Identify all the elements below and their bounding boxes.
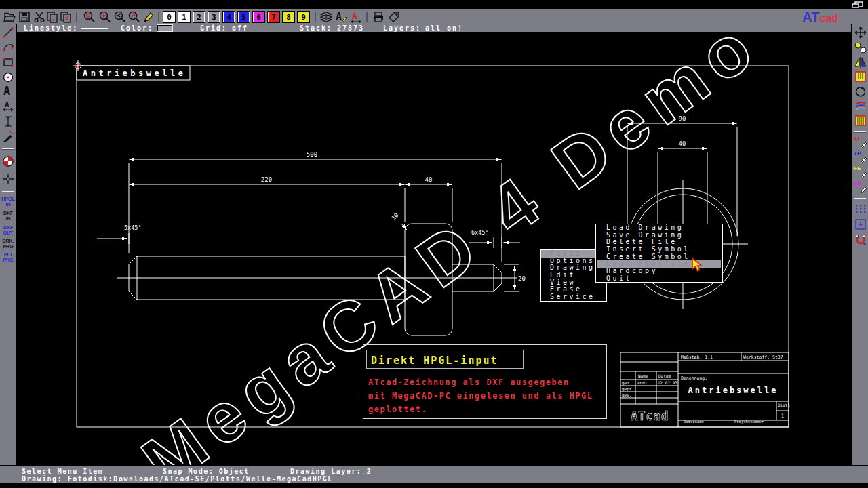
zoom-all-icon[interactable] — [83, 10, 96, 24]
toolbar-separator — [315, 12, 316, 22]
current-color-swatch[interactable] — [157, 25, 172, 31]
text-tool-icon[interactable]: A — [1, 84, 15, 98]
stack-label: Stack: — [300, 24, 332, 32]
zoom-window-icon[interactable] — [127, 10, 141, 24]
dim-chamfer-left: 5x45° — [124, 224, 142, 231]
grid-value[interactable]: off — [232, 24, 248, 32]
paste-icon[interactable] — [59, 10, 73, 24]
zoom-previous-icon[interactable] — [113, 10, 127, 24]
tb-col-name: Name — [638, 373, 648, 378]
dim-stub-diameter: 20 — [518, 275, 526, 282]
svg-text:A: A — [3, 84, 10, 98]
pencil-icon — [860, 156, 868, 164]
color-button-8[interactable]: 8 — [282, 11, 295, 23]
open-file-icon[interactable] — [3, 10, 16, 24]
drk-prg-button[interactable]: DRK.PRG — [0, 239, 16, 249]
color-button-5[interactable]: 5 — [237, 11, 250, 23]
crosshair-icon[interactable] — [1, 172, 15, 186]
cut-icon[interactable] — [33, 10, 46, 24]
hatch-area-icon[interactable] — [854, 114, 867, 127]
color-button-label: 0 — [167, 13, 172, 22]
pen-al-button[interactable]: AL — [853, 136, 868, 149]
zoom-box-icon[interactable] — [854, 218, 867, 231]
change-pen-icon[interactable] — [854, 100, 867, 113]
print-icon[interactable] — [372, 10, 385, 24]
text-size-icon[interactable]: A — [349, 10, 363, 24]
atcad-logo: ATcad — [802, 9, 838, 25]
submenu-item-quit[interactable]: Quit — [596, 275, 722, 283]
color-button-3[interactable]: 3 — [208, 11, 220, 23]
pen-eb-button[interactable]: EB — [853, 180, 868, 194]
plot-tag-icon[interactable] — [387, 10, 401, 24]
redraw-pencil-icon[interactable] — [142, 10, 155, 24]
point-grid-icon[interactable] — [854, 202, 867, 216]
right-toolbar: AL TP FE EB — [851, 24, 868, 465]
button-label: DXF — [0, 225, 16, 230]
toolbar-separator — [366, 12, 368, 22]
button-label: OUT — [0, 230, 16, 236]
copy-icon[interactable] — [45, 10, 59, 24]
dim-flange-edge: 10 — [390, 211, 399, 221]
text-tool-icon[interactable]: A — [334, 10, 348, 24]
menu-item-service[interactable]: Service — [541, 293, 606, 301]
copy-object-icon[interactable] — [854, 41, 867, 54]
sidebar-divider — [854, 131, 866, 133]
edit-wand-icon[interactable] — [1, 130, 15, 144]
plt-prg-button[interactable]: PLTPRG — [0, 252, 16, 263]
line-tool-icon[interactable] — [1, 26, 15, 39]
color-button-0[interactable]: 0 — [163, 11, 176, 23]
rectangle-tool-icon[interactable] — [1, 56, 15, 69]
note-line: ATcad-Zeichnung als DXF ausgegeben — [368, 378, 570, 387]
color-button-4[interactable]: 4 — [222, 11, 235, 23]
wheel-tool-icon[interactable] — [1, 155, 15, 168]
button-label: PRG — [0, 258, 16, 263]
select-area-icon[interactable] — [854, 70, 867, 83]
linestyle-swatch[interactable] — [81, 28, 108, 29]
mirror-tool-icon[interactable] — [854, 56, 867, 69]
color-button-6[interactable]: 6 — [252, 11, 265, 23]
main-toolbar: 0 1 2 3 4 5 6 7 8 9 A A ATcad — [0, 9, 868, 24]
tb-blatt-value: 1 — [781, 413, 785, 419]
dimension-lines — [97, 159, 520, 291]
shaft-side-view — [117, 224, 517, 336]
dimension-tool-icon[interactable] — [1, 115, 15, 128]
save-file-icon[interactable] — [18, 10, 31, 24]
dim-chamfer-right: 6x45° — [471, 229, 489, 236]
dxf-in-button[interactable]: DXFIN — [0, 211, 16, 222]
layers-label: Layers: — [383, 24, 421, 32]
layers-icon[interactable] — [319, 10, 333, 24]
status-prompt: Select Menu Item — [22, 468, 103, 475]
snap-magnet-icon[interactable] — [854, 233, 867, 247]
restore-window-icon[interactable] — [852, 1, 864, 8]
color-button-2[interactable]: 2 — [193, 11, 205, 23]
rotate-tool-icon[interactable] — [854, 85, 867, 98]
layers-value[interactable]: all on! — [425, 24, 463, 32]
dim-hub-diameter: 90 — [679, 115, 686, 122]
hpgl-in-button[interactable]: HPGLIN — [0, 197, 16, 207]
circle-tool-icon[interactable] — [1, 70, 15, 84]
color-button-label: 6 — [256, 13, 261, 22]
files-submenu: Load Drawing Save Drawing Delete File In… — [595, 224, 723, 283]
text-width-icon[interactable]: A — [1, 100, 15, 113]
logo-at: AT — [802, 9, 819, 24]
color-button-label: 8 — [286, 13, 291, 22]
color-button-label: 1 — [182, 13, 186, 22]
sidebar-divider — [2, 148, 14, 150]
dxf-out-button[interactable]: DXFOUT — [0, 225, 16, 236]
button-label: DRK. — [0, 239, 16, 244]
note-line: mit MegaCAD-PC eingelesen und als HPGL — [368, 391, 593, 401]
window-title-strip — [0, 0, 868, 9]
tb-projekt-label: Projektnummer — [734, 420, 764, 424]
move-tool-icon[interactable] — [854, 26, 867, 39]
drawing-canvas[interactable]: Antriebswelle 500 220 40 5x45° 6x45° 10 … — [17, 33, 851, 465]
color-button-9[interactable]: 9 — [297, 11, 310, 23]
dim-total-length: 500 — [307, 151, 317, 158]
logo-cad: cad — [819, 12, 838, 24]
color-button-1[interactable]: 1 — [178, 11, 191, 23]
pen-fe-button[interactable]: FE — [853, 165, 868, 179]
zoom-center-icon[interactable] — [98, 10, 112, 24]
color-button-7[interactable]: 7 — [267, 11, 280, 23]
button-label: IN — [0, 202, 16, 207]
arc-tool-icon[interactable] — [1, 41, 15, 54]
pen-tp-button[interactable]: TP — [853, 150, 868, 164]
